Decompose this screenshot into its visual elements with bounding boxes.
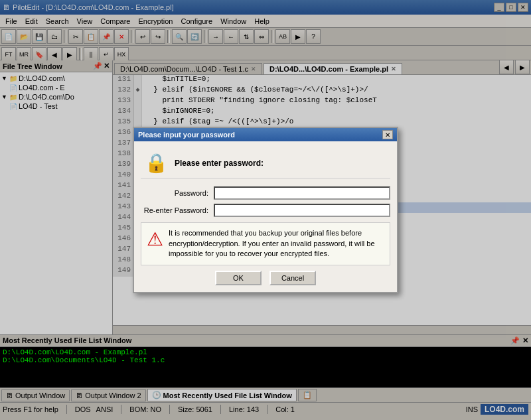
ok-button[interactable]: OK: [215, 271, 262, 285]
password-input[interactable]: [214, 186, 390, 200]
dialog-body: 🔒 Please enter password: Password: Re-en…: [134, 141, 397, 291]
lock-icon: 🔒: [145, 152, 168, 174]
warning-icon: ⚠: [147, 228, 163, 250]
password-dialog: Please input your password ✕ 🔒 Please en…: [133, 127, 398, 293]
password-label: Password:: [141, 189, 214, 197]
password-field-row: Password:: [141, 186, 390, 200]
dialog-warning: ⚠ It is recommended that you backup your…: [141, 222, 390, 265]
dialog-overlay: Please input your password ✕ 🔒 Please en…: [0, 0, 531, 420]
cancel-button[interactable]: Cancel: [269, 271, 316, 285]
reenter-label: Re-enter Password:: [141, 206, 214, 214]
dialog-title-bar: Please input your password ✕: [134, 128, 397, 141]
dialog-close-button[interactable]: ✕: [382, 130, 393, 139]
reenter-password-input[interactable]: [214, 204, 390, 217]
reenter-field-row: Re-enter Password:: [141, 204, 390, 217]
dialog-prompt: Please enter password:: [175, 159, 264, 168]
dialog-buttons: OK Cancel: [141, 271, 390, 285]
dialog-header-row: 🔒 Please enter password:: [141, 148, 390, 178]
dialog-title-text: Please input your password: [138, 131, 235, 139]
warning-text: It is recommended that you backup your o…: [169, 228, 384, 259]
